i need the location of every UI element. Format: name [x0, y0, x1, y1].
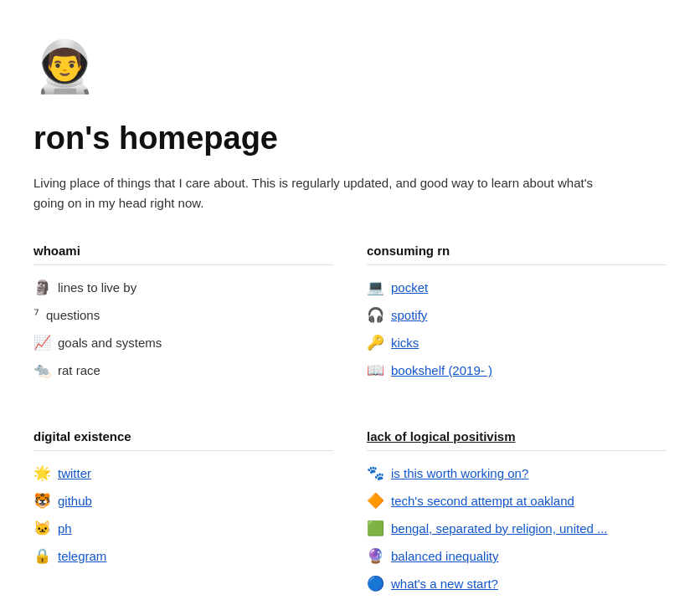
spotify-link[interactable]: spotify: [391, 308, 427, 322]
twitter-link[interactable]: twitter: [58, 466, 91, 480]
rat-race-text: rat race: [58, 363, 100, 377]
blog-section: lack of logical positivism 🐾 is this wor…: [367, 429, 667, 602]
telegram-link[interactable]: telegram: [58, 549, 106, 563]
list-item: 📈 goals and systems: [33, 334, 333, 351]
blog-item-1-emoji: 🐾: [367, 464, 384, 482]
whoami-section: whoami 🗿 lines to live by ⁷ questions 📈 …: [33, 244, 333, 389]
list-item: 🟩 bengal, separated by religion, united …: [367, 520, 667, 537]
pocket-link[interactable]: pocket: [391, 280, 428, 295]
list-item: 🐯 github: [33, 492, 333, 510]
list-item: 🐱 ph: [33, 520, 333, 537]
list-item: 🗿 lines to live by: [33, 279, 333, 296]
digital-list: 🌟 twitter 🐯 github 🐱 ph 🔒 telegram: [33, 464, 333, 565]
kicks-emoji: 🔑: [367, 334, 384, 351]
blog-item-2-emoji: 🔶: [367, 492, 384, 510]
list-item: 🔶 tech's second attempt at oakland: [367, 492, 667, 510]
consuming-title: consuming rn: [367, 244, 667, 265]
digital-section: digital existence 🌟 twitter 🐯 github 🐱 p…: [33, 429, 333, 602]
whoami-title: whoami: [33, 244, 333, 265]
digital-title: digital existence: [33, 429, 333, 451]
list-item: 🔒 telegram: [33, 547, 333, 565]
blog-item-1-link[interactable]: is this worth working on?: [391, 466, 528, 480]
consuming-section: consuming rn 💻 pocket 🎧 spotify 🔑 kicks …: [367, 244, 667, 389]
list-item: 🌟 twitter: [33, 464, 333, 482]
blog-list: 🐾 is this worth working on? 🔶 tech's sec…: [367, 464, 667, 592]
list-item: 🔮 balanced inequality: [367, 547, 667, 565]
lines-to-live-by: lines to live by: [58, 280, 136, 295]
blog-item-4-link[interactable]: balanced inequality: [391, 549, 498, 563]
twitter-emoji: 🌟: [33, 464, 51, 482]
github-link[interactable]: github: [58, 494, 92, 508]
list-item: 📖 bookshelf (2019- ): [367, 361, 667, 379]
pocket-emoji: 💻: [367, 279, 384, 296]
lines-emoji: 🗿: [33, 279, 51, 296]
blog-item-4-emoji: 🔮: [367, 547, 384, 565]
blog-title: lack of logical positivism: [367, 429, 667, 451]
list-item: 💻 pocket: [367, 279, 667, 296]
list-item: 🔑 kicks: [367, 334, 667, 351]
ph-emoji: 🐱: [33, 520, 51, 537]
questions-text: questions: [46, 308, 100, 322]
questions-emoji: ⁷: [33, 306, 39, 324]
list-item: 🐾 is this worth working on?: [367, 464, 667, 482]
bookshelf-link[interactable]: bookshelf (2019- ): [391, 363, 492, 377]
goals-emoji: 📈: [33, 334, 51, 351]
list-item: ⁷ questions: [33, 306, 333, 324]
telegram-emoji: 🔒: [33, 547, 51, 565]
blog-title-link[interactable]: lack of logical positivism: [367, 429, 516, 443]
page-title: ron's homepage: [33, 120, 667, 156]
blog-item-3-emoji: 🟩: [367, 520, 384, 537]
ph-link[interactable]: ph: [58, 521, 72, 536]
description: Living place of things that I care about…: [33, 173, 620, 213]
list-item: 🔵 what's a new start?: [367, 575, 667, 592]
goals-text: goals and systems: [58, 336, 162, 350]
list-item: 🎧 spotify: [367, 306, 667, 324]
blog-item-5-link[interactable]: what's a new start?: [391, 577, 498, 591]
consuming-list: 💻 pocket 🎧 spotify 🔑 kicks 📖 bookshelf (…: [367, 279, 667, 379]
list-item: 🐀 rat race: [33, 361, 333, 379]
kicks-link[interactable]: kicks: [391, 336, 419, 350]
blog-item-2-link[interactable]: tech's second attempt at oakland: [391, 494, 574, 508]
blog-item-3-link[interactable]: bengal, separated by religion, united ..…: [391, 521, 608, 536]
rat-race-emoji: 🐀: [33, 361, 51, 379]
avatar: 👨‍🚀: [33, 33, 100, 100]
spotify-emoji: 🎧: [367, 306, 384, 324]
blog-item-5-emoji: 🔵: [367, 575, 384, 592]
github-emoji: 🐯: [33, 492, 51, 510]
whoami-list: 🗿 lines to live by ⁷ questions 📈 goals a…: [33, 279, 333, 379]
bookshelf-emoji: 📖: [367, 361, 384, 379]
